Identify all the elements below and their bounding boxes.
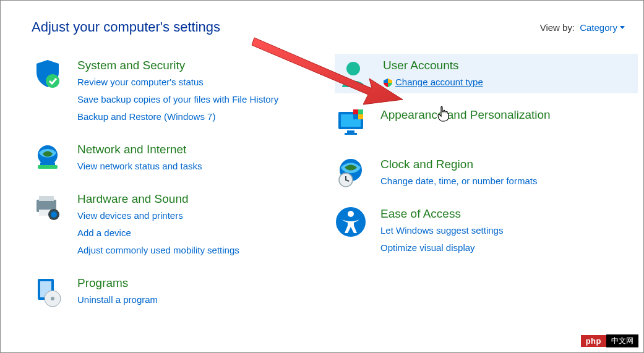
left-column: System and Security Review your computer… — [32, 54, 335, 321]
svg-rect-20 — [353, 114, 358, 119]
link-add-device[interactable]: Add a device — [77, 226, 239, 240]
shield-check-icon — [32, 57, 64, 90]
svg-rect-16 — [347, 130, 354, 133]
category-title-programs[interactable]: Programs — [77, 276, 158, 290]
svg-rect-18 — [353, 109, 358, 114]
right-column: User Accounts Change account type Appear… — [335, 54, 638, 321]
viewby-value-text: Category — [580, 22, 617, 33]
globe-network-icon — [32, 142, 64, 174]
svg-point-13 — [346, 62, 360, 75]
category-ease-access: Ease of Access Let Windows suggest setti… — [335, 202, 638, 259]
svg-point-0 — [46, 74, 59, 88]
watermark: php 中文网 — [581, 334, 638, 347]
viewby-label: View by: — [540, 22, 575, 33]
svg-rect-17 — [345, 133, 357, 135]
user-account-icon — [337, 57, 369, 90]
link-devices-printers[interactable]: View devices and printers — [77, 208, 239, 223]
viewby-dropdown[interactable]: Category — [580, 22, 625, 33]
link-backup-restore[interactable]: Backup and Restore (Windows 7) — [77, 109, 278, 124]
page-title: Adjust your computer's settings — [32, 19, 220, 35]
svg-rect-21 — [358, 114, 363, 119]
viewby: View by: Category — [540, 22, 625, 33]
category-hardware: Hardware and Sound View devices and prin… — [32, 187, 335, 262]
link-suggest-settings[interactable]: Let Windows suggest settings — [380, 223, 503, 238]
category-title-network[interactable]: Network and Internet — [77, 143, 202, 156]
monitor-colors-icon — [335, 107, 367, 139]
uac-shield-icon — [383, 77, 393, 87]
category-title-system-security[interactable]: System and Security — [77, 59, 278, 72]
link-change-account-type[interactable]: Change account type — [383, 75, 483, 90]
svg-rect-3 — [40, 163, 55, 165]
link-optimize-display[interactable]: Optimize visual display — [380, 240, 503, 255]
category-title-hardware[interactable]: Hardware and Sound — [77, 192, 239, 206]
link-mobility-settings[interactable]: Adjust commonly used mobility settings — [77, 243, 239, 258]
category-title-ease-access[interactable]: Ease of Access — [380, 207, 503, 221]
svg-rect-5 — [39, 196, 54, 201]
link-uninstall[interactable]: Uninstall a program — [77, 292, 158, 307]
link-file-history[interactable]: Save backup copies of your files with Fi… — [77, 92, 278, 107]
watermark-black-text: 中文网 — [606, 334, 638, 347]
programs-disc-icon — [32, 275, 64, 307]
link-date-time-formats[interactable]: Change date, time, or number formats — [380, 174, 537, 189]
svg-rect-19 — [358, 109, 363, 114]
category-title-user-accounts[interactable]: User Accounts — [383, 59, 483, 72]
category-system-security: System and Security Review your computer… — [32, 54, 335, 128]
link-review-status[interactable]: Review your computer's status — [77, 75, 278, 90]
printer-camera-icon — [32, 191, 64, 223]
svg-rect-2 — [38, 165, 58, 169]
link-network-status[interactable]: View network status and tasks — [77, 159, 202, 174]
svg-point-25 — [348, 211, 354, 217]
category-title-clock-region[interactable]: Clock and Region — [380, 158, 537, 171]
category-user-accounts: User Accounts Change account type — [335, 54, 638, 93]
category-programs: Programs Uninstall a program — [32, 271, 335, 311]
category-appearance: Appearance and Personalization — [335, 103, 638, 143]
watermark-red-text: php — [581, 335, 606, 347]
category-network: Network and Internet View network status… — [32, 138, 335, 177]
accessibility-icon — [335, 206, 367, 238]
svg-point-8 — [51, 211, 57, 218]
category-clock-region: Clock and Region Change date, time, or n… — [335, 153, 638, 192]
category-title-appearance[interactable]: Appearance and Personalization — [380, 108, 551, 122]
categories-container: System and Security Review your computer… — [1, 41, 643, 321]
chevron-down-icon — [620, 26, 625, 29]
globe-clock-icon — [335, 156, 367, 189]
header: Adjust your computer's settings View by:… — [1, 1, 643, 41]
svg-point-12 — [51, 297, 54, 300]
link-change-account-type-text: Change account type — [395, 75, 483, 90]
